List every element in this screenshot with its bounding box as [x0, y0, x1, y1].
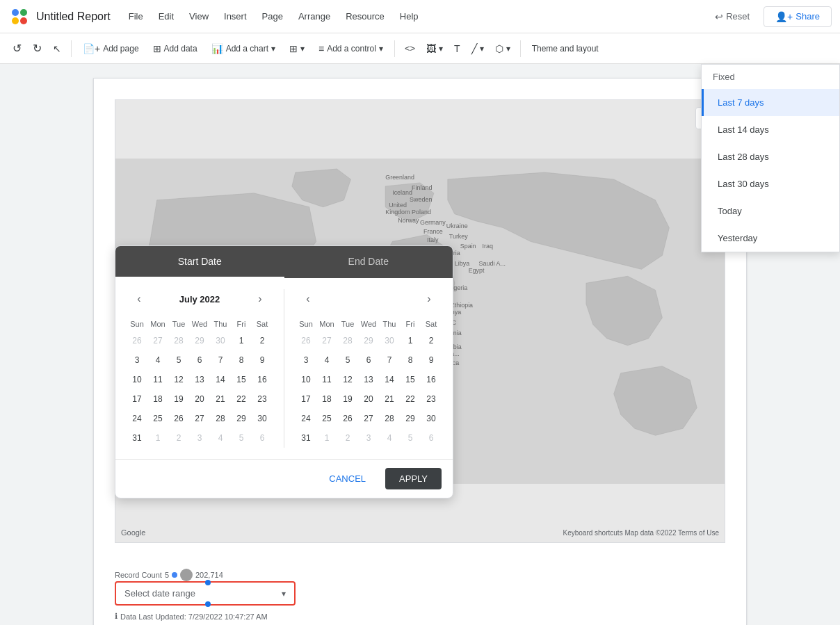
calendar-day[interactable]: 26	[127, 331, 147, 350]
add-page-button[interactable]: 📄+ Add page	[77, 40, 145, 57]
calendar-day[interactable]: 22	[231, 389, 252, 409]
end-date-tab[interactable]: End Date	[284, 246, 453, 278]
menu-resource[interactable]: Resource	[339, 8, 391, 24]
calendar-day[interactable]: 2	[252, 331, 273, 350]
calendar-day[interactable]: 13	[189, 370, 210, 389]
calendar-day[interactable]: 20	[358, 389, 379, 409]
embed-button[interactable]: <>	[401, 40, 419, 56]
calendar-day[interactable]: 30	[379, 331, 400, 350]
calendar-day[interactable]: 6	[421, 428, 442, 448]
calendar-day[interactable]: 3	[296, 350, 316, 370]
calendar-day[interactable]: 5	[337, 350, 358, 370]
date-range-control[interactable]: Select date range ▾	[115, 581, 296, 606]
calendar-day[interactable]: 1	[147, 428, 168, 448]
calendar-day[interactable]: 2	[421, 331, 442, 350]
calendar-day[interactable]: 9	[421, 350, 442, 370]
calendar-day[interactable]: 12	[337, 370, 358, 389]
calendar-day[interactable]: 17	[127, 389, 147, 409]
calendar-day[interactable]: 28	[379, 409, 400, 428]
shapes-button[interactable]: ⬡ ▾	[491, 40, 515, 57]
calendar-day[interactable]: 26	[296, 331, 316, 350]
calendar-day[interactable]: 25	[316, 409, 337, 428]
calendar-day[interactable]: 22	[400, 389, 421, 409]
dropdown-item-4[interactable]: Today	[702, 197, 839, 225]
calendar-day[interactable]: 27	[189, 409, 210, 428]
calendar-day[interactable]: 29	[189, 331, 210, 350]
calendar-day[interactable]: 4	[210, 428, 231, 448]
text-button[interactable]: T	[450, 40, 465, 57]
calendar-day[interactable]: 29	[400, 409, 421, 428]
calendar-day[interactable]: 13	[358, 370, 379, 389]
prev-month-button[interactable]: ‹	[129, 289, 149, 309]
calendar-day[interactable]: 9	[252, 350, 273, 370]
add-chart-button[interactable]: 📊 Add a chart ▾	[206, 40, 281, 57]
calendar-day[interactable]: 27	[358, 409, 379, 428]
calendar-day[interactable]: 24	[127, 409, 147, 428]
calendar-day[interactable]: 15	[400, 370, 421, 389]
calendar-day[interactable]: 1	[231, 331, 252, 350]
dropdown-item-3[interactable]: Last 30 days	[702, 170, 839, 197]
theme-button[interactable]: Theme and layout	[526, 41, 604, 56]
menu-arrange[interactable]: Arrange	[291, 8, 337, 24]
calendar-day[interactable]: 7	[210, 350, 231, 370]
calendar-day[interactable]: 27	[316, 331, 337, 350]
calendar-day[interactable]: 24	[296, 409, 316, 428]
dropdown-item-1[interactable]: Last 14 days	[702, 116, 839, 143]
cancel-button[interactable]: CANCEL	[315, 468, 380, 489]
start-date-tab[interactable]: Start Date	[115, 246, 284, 278]
calendar-day[interactable]: 30	[252, 409, 273, 428]
calendar-day[interactable]: 18	[147, 389, 168, 409]
calendar-day[interactable]: 8	[400, 350, 421, 370]
calendar-day[interactable]: 1	[316, 428, 337, 448]
calendar-day[interactable]: 6	[189, 350, 210, 370]
calendar-day[interactable]: 25	[147, 409, 168, 428]
calendar-day[interactable]: 5	[231, 428, 252, 448]
dropdown-item-0[interactable]: Last 7 days	[702, 89, 839, 116]
calendar-day[interactable]: 7	[379, 350, 400, 370]
menu-view[interactable]: View	[182, 8, 216, 24]
calendar-day[interactable]: 26	[337, 409, 358, 428]
menu-file[interactable]: File	[122, 8, 150, 24]
calendar-day[interactable]: 2	[337, 428, 358, 448]
menu-page[interactable]: Page	[255, 8, 290, 24]
calendar-day[interactable]: 10	[296, 370, 316, 389]
calendar-day[interactable]: 19	[168, 389, 189, 409]
add-control-button[interactable]: ≡ Add a control ▾	[313, 40, 389, 57]
calendar-day[interactable]: 31	[296, 428, 316, 448]
calendar-day[interactable]: 1	[400, 331, 421, 350]
dropdown-item-5[interactable]: Yesterday	[702, 225, 839, 252]
calendar-day[interactable]: 4	[379, 428, 400, 448]
menu-help[interactable]: Help	[393, 8, 426, 24]
calendar-day[interactable]: 29	[358, 331, 379, 350]
right-prev-month-button[interactable]: ‹	[298, 289, 318, 309]
calendar-day[interactable]: 3	[189, 428, 210, 448]
calendar-day[interactable]: 26	[168, 409, 189, 428]
calendar-day[interactable]: 28	[337, 331, 358, 350]
calendar-day[interactable]: 14	[210, 370, 231, 389]
calendar-day[interactable]: 30	[421, 409, 442, 428]
calendar-day[interactable]: 28	[168, 331, 189, 350]
calendar-day[interactable]: 10	[127, 370, 147, 389]
menu-edit[interactable]: Edit	[152, 8, 181, 24]
calendar-day[interactable]: 11	[316, 370, 337, 389]
line-button[interactable]: ╱ ▾	[467, 40, 488, 57]
calendar-day[interactable]: 21	[210, 389, 231, 409]
reset-button[interactable]: ↩ Reset	[706, 7, 758, 26]
calendar-day[interactable]: 30	[210, 331, 231, 350]
calendar-day[interactable]: 28	[210, 409, 231, 428]
calendar-day[interactable]: 18	[316, 389, 337, 409]
calendar-day[interactable]: 23	[252, 389, 273, 409]
calendar-day[interactable]: 29	[231, 409, 252, 428]
calendar-day[interactable]: 15	[231, 370, 252, 389]
dropdown-item-2[interactable]: Last 28 days	[702, 143, 839, 170]
calendar-day[interactable]: 12	[168, 370, 189, 389]
menu-insert[interactable]: Insert	[217, 8, 254, 24]
calendar-day[interactable]: 8	[231, 350, 252, 370]
undo-button[interactable]: ↺	[8, 39, 26, 58]
calendar-day[interactable]: 4	[316, 350, 337, 370]
calendar-day[interactable]: 16	[252, 370, 273, 389]
calendar-day[interactable]: 5	[168, 350, 189, 370]
next-month-button[interactable]: ›	[250, 289, 270, 309]
calendar-day[interactable]: 5	[400, 428, 421, 448]
calendar-day[interactable]: 27	[147, 331, 168, 350]
